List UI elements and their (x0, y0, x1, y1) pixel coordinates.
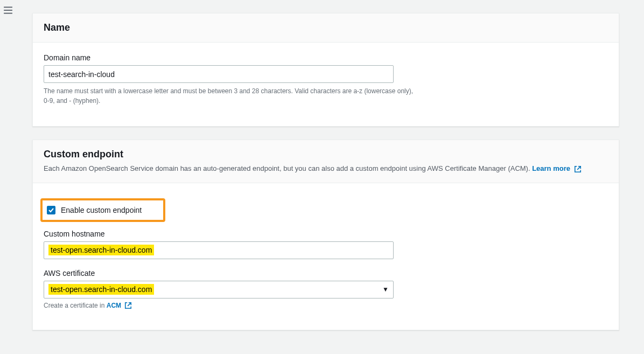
enable-custom-endpoint-label: Enable custom endpoint (61, 206, 142, 214)
acm-create-text: Create a certificate in ACM (44, 302, 608, 310)
custom-endpoint-panel: Custom endpoint Each Amazon OpenSearch S… (32, 140, 619, 330)
checkmark-icon (48, 207, 54, 213)
aws-certificate-label: AWS certificate (44, 269, 608, 277)
acm-link[interactable]: ACM (107, 302, 132, 309)
custom-hostname-value: test-open.search-in-cloud.com (48, 245, 154, 255)
custom-hostname-input[interactable]: test-open.search-in-cloud.com (44, 241, 394, 259)
custom-endpoint-title: Custom endpoint (44, 149, 608, 160)
main-content: Name Domain name The name must start wit… (16, 0, 635, 343)
learn-more-link[interactable]: Learn more (532, 164, 581, 172)
name-panel: Name Domain name The name must start wit… (32, 13, 619, 127)
aws-certificate-value: test-open.search-in-cloud.com (48, 284, 154, 295)
chevron-down-icon: ▼ (382, 286, 389, 293)
checkbox-box (47, 206, 55, 214)
sidebar-toggle[interactable] (0, 0, 16, 343)
custom-endpoint-body: Enable custom endpoint Custom hostname t… (33, 183, 619, 330)
external-link-icon (124, 302, 132, 309)
domain-name-help: The name must start with a lowercase let… (44, 86, 421, 106)
external-link-icon (574, 165, 582, 173)
custom-hostname-label: Custom hostname (44, 230, 608, 238)
name-panel-body: Domain name The name must start with a l… (33, 43, 619, 126)
custom-endpoint-header: Custom endpoint Each Amazon OpenSearch S… (33, 140, 619, 183)
enable-custom-endpoint-checkbox[interactable]: Enable custom endpoint (47, 206, 142, 214)
name-panel-header: Name (33, 13, 619, 43)
domain-name-label: Domain name (44, 53, 608, 62)
hamburger-icon (3, 5, 13, 15)
enable-endpoint-highlight: Enable custom endpoint (40, 198, 165, 222)
domain-name-input[interactable] (44, 65, 394, 83)
name-panel-title: Name (44, 22, 608, 33)
custom-endpoint-description: Each Amazon OpenSearch Service domain ha… (44, 163, 608, 174)
aws-certificate-select[interactable]: test-open.search-in-cloud.com ▼ (44, 281, 394, 299)
custom-endpoint-description-text: Each Amazon OpenSearch Service domain ha… (44, 164, 532, 172)
